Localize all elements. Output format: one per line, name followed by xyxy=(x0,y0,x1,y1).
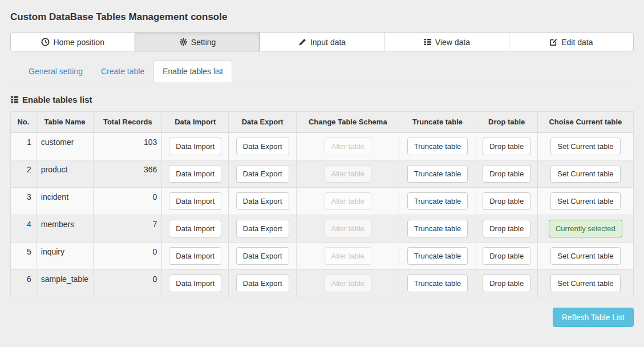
truncate-table-button[interactable]: Truncate table xyxy=(407,275,468,292)
data-export-button[interactable]: Data Export xyxy=(236,138,289,155)
table-name: customer xyxy=(36,132,93,160)
alter-table-button: Alter table xyxy=(325,165,372,183)
truncate-table-button[interactable]: Truncate table xyxy=(407,138,468,155)
alter-table-button: Alter table xyxy=(325,138,372,155)
total-records: 0 xyxy=(94,243,162,270)
col-header-truncate: Truncate table xyxy=(399,112,476,133)
table-row: 3 incident 0 Data Import Data Export Alt… xyxy=(11,188,634,215)
table-name: inquiry xyxy=(36,243,93,270)
tab-input-data[interactable]: Input data xyxy=(260,33,384,51)
section-heading: Enable tables list xyxy=(10,95,634,104)
col-header-drop: Drop table xyxy=(476,112,537,133)
data-export-button[interactable]: Data Export xyxy=(236,247,289,265)
tab-label: Setting xyxy=(191,38,216,47)
data-export-button[interactable]: Data Export xyxy=(236,220,289,237)
table-row: 4 members 7 Data Import Data Export Alte… xyxy=(11,215,634,243)
subtab-general-setting[interactable]: General setting xyxy=(19,60,92,82)
enable-tables-table: No. Table Name Total Records Data Import… xyxy=(10,111,634,297)
col-header-change-schema: Change Table Schema xyxy=(297,112,399,133)
tab-label: Input data xyxy=(310,38,346,47)
clock-icon xyxy=(41,38,50,46)
main-tabbar: Home position Setting Input data View da… xyxy=(10,33,634,51)
drop-table-button[interactable]: Drop table xyxy=(483,165,530,183)
table-name: sample_table xyxy=(36,270,93,297)
col-header-data-import: Data Import xyxy=(162,112,229,133)
set-current-button[interactable]: Set Current table xyxy=(550,165,620,183)
alter-table-button: Alter table xyxy=(325,275,372,292)
section-heading-label: Enable tables list xyxy=(22,95,92,104)
total-records: 0 xyxy=(94,270,162,297)
total-records: 103 xyxy=(94,132,162,160)
pencil-icon xyxy=(298,38,307,46)
table-row: 1 customer 103 Data Import Data Export A… xyxy=(11,132,634,160)
table-header-row: No. Table Name Total Records Data Import… xyxy=(11,112,634,133)
currently-selected-button[interactable]: Currently selected xyxy=(549,220,622,237)
col-header-total-records: Total Records xyxy=(94,112,162,133)
row-no: 3 xyxy=(11,188,37,215)
alter-table-button: Alter table xyxy=(325,220,372,237)
total-records: 7 xyxy=(94,215,162,243)
data-import-button[interactable]: Data Import xyxy=(169,165,221,183)
edit-icon xyxy=(549,38,558,46)
footer-row: Reflesh Table List xyxy=(10,308,634,327)
set-current-button[interactable]: Set Current table xyxy=(550,275,620,292)
tab-setting[interactable]: Setting xyxy=(135,33,260,51)
drop-table-button[interactable]: Drop table xyxy=(483,138,530,155)
drop-table-button[interactable]: Drop table xyxy=(483,247,530,265)
table-name: members xyxy=(36,215,93,243)
set-current-button[interactable]: Set Current table xyxy=(550,247,620,265)
tab-view-data[interactable]: View data xyxy=(384,33,509,51)
data-export-button[interactable]: Data Export xyxy=(236,275,289,292)
data-import-button[interactable]: Data Import xyxy=(169,192,221,210)
tab-label: Edit data xyxy=(561,38,593,47)
total-records: 0 xyxy=(94,188,162,215)
truncate-table-button[interactable]: Truncate table xyxy=(407,165,468,183)
data-export-button[interactable]: Data Export xyxy=(236,165,289,183)
table-name: product xyxy=(36,160,93,188)
row-no: 1 xyxy=(11,132,37,160)
tab-home-position[interactable]: Home position xyxy=(10,33,135,51)
truncate-table-button[interactable]: Truncate table xyxy=(407,192,468,210)
set-current-button[interactable]: Set Current table xyxy=(550,192,620,210)
tab-label: Home position xyxy=(53,38,104,47)
table-row: 2 product 366 Data Import Data Export Al… xyxy=(11,160,634,188)
alter-table-button: Alter table xyxy=(325,247,372,265)
col-header-table-name: Table Name xyxy=(36,112,93,133)
page-title: Custom DataBase Tables Management consol… xyxy=(10,0,634,23)
gear-icon xyxy=(179,38,188,46)
subtab-enable-tables-list[interactable]: Enable tables list xyxy=(153,60,232,82)
data-import-button[interactable]: Data Import xyxy=(169,247,221,265)
alter-table-button: Alter table xyxy=(325,192,372,210)
col-header-data-export: Data Export xyxy=(229,112,297,133)
setting-subtabs: General setting Create table Enable tabl… xyxy=(10,60,634,82)
total-records: 366 xyxy=(94,160,162,188)
row-no: 5 xyxy=(11,243,37,270)
table-row: 6 sample_table 0 Data Import Data Export… xyxy=(11,270,634,297)
tab-label: View data xyxy=(435,38,470,47)
list-icon xyxy=(423,38,432,46)
data-export-button[interactable]: Data Export xyxy=(236,192,289,210)
th-list-icon xyxy=(10,95,19,104)
truncate-table-button[interactable]: Truncate table xyxy=(407,247,468,265)
data-import-button[interactable]: Data Import xyxy=(169,275,221,292)
drop-table-button[interactable]: Drop table xyxy=(483,220,530,237)
table-name: incident xyxy=(36,188,93,215)
col-header-no: No. xyxy=(11,112,37,133)
row-no: 2 xyxy=(11,160,37,188)
col-header-choise-current: Choise Current table xyxy=(537,112,633,133)
console-page: Custom DataBase Tables Management consol… xyxy=(0,0,644,327)
drop-table-button[interactable]: Drop table xyxy=(483,192,530,210)
subtab-create-table[interactable]: Create table xyxy=(92,60,153,82)
refresh-table-list-button[interactable]: Reflesh Table List xyxy=(553,308,634,327)
data-import-button[interactable]: Data Import xyxy=(169,220,221,237)
data-import-button[interactable]: Data Import xyxy=(169,138,221,155)
table-row: 5 inquiry 0 Data Import Data Export Alte… xyxy=(11,243,634,270)
set-current-button[interactable]: Set Current table xyxy=(550,138,620,155)
row-no: 4 xyxy=(11,215,37,243)
row-no: 6 xyxy=(11,270,37,297)
tab-edit-data[interactable]: Edit data xyxy=(509,33,634,51)
truncate-table-button[interactable]: Truncate table xyxy=(407,220,468,237)
drop-table-button[interactable]: Drop table xyxy=(483,275,530,292)
